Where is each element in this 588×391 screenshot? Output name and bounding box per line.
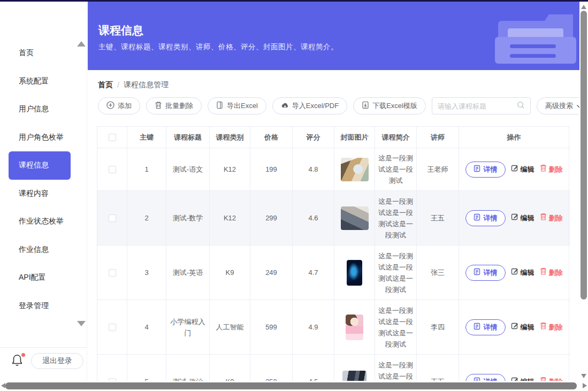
sidebar-item-7[interactable]: 作业状态枚举 bbox=[0, 208, 87, 236]
search-icon[interactable] bbox=[517, 101, 525, 111]
horizontal-scrollbar-thumb[interactable] bbox=[5, 382, 577, 389]
cell-intro: 这是一段测试这是一段测试这是一段测试 bbox=[375, 191, 417, 245]
sidebar-menu: 首页系统配置用户信息用户角色枚举课程信息课程内容作业状态枚举作业信息API配置登… bbox=[0, 39, 87, 320]
search-input[interactable] bbox=[438, 102, 514, 110]
breadcrumb-home[interactable]: 首页 bbox=[98, 80, 113, 90]
column-header: 操作 bbox=[459, 127, 569, 148]
sidebar-item-8[interactable]: 作业信息 bbox=[0, 236, 87, 264]
download-template-button[interactable]: 下载Excel模版 bbox=[353, 97, 426, 114]
delete-button[interactable]: 删除 bbox=[540, 212, 563, 224]
toolbar: 添加 批量删除 导出Excel 导入Excel/PDF 下载Excel模版 高级… bbox=[98, 97, 569, 114]
edit-pen-icon bbox=[511, 212, 518, 224]
breadcrumb: 首页 / 课程信息管理 bbox=[98, 80, 169, 90]
delete-button-label: 删除 bbox=[549, 212, 563, 224]
plus-circle-icon bbox=[106, 101, 114, 111]
cell-cover bbox=[334, 191, 375, 245]
cover-image bbox=[341, 206, 369, 230]
cell-id: 4 bbox=[127, 300, 166, 354]
cell-category: 人工智能 bbox=[210, 300, 250, 354]
add-button[interactable]: 添加 bbox=[98, 97, 140, 114]
edit-pen-icon bbox=[511, 321, 518, 333]
cell-intro: 这是一段测试这是一段测试这是一段测试 bbox=[375, 355, 417, 381]
notification-bell-icon[interactable] bbox=[11, 354, 26, 369]
delete-button-label: 删除 bbox=[549, 164, 563, 175]
row-checkbox-cell bbox=[97, 246, 127, 300]
detail-button[interactable]: 详情 bbox=[465, 319, 506, 335]
cell-id: 3 bbox=[127, 246, 166, 300]
scroll-right-arrow-icon[interactable] bbox=[583, 383, 587, 388]
import-excel-button[interactable]: 导入Excel/PDF bbox=[272, 97, 347, 114]
delete-button[interactable]: 删除 bbox=[540, 321, 563, 333]
horizontal-scrollbar[interactable] bbox=[0, 381, 588, 391]
logout-button[interactable]: 退出登录 bbox=[31, 353, 83, 369]
export-excel-label: 导出Excel bbox=[227, 101, 258, 111]
sidebar-item-4[interactable]: 用户角色枚举 bbox=[0, 124, 87, 152]
row-checkbox[interactable] bbox=[109, 214, 116, 222]
detail-button[interactable]: 详情 bbox=[465, 162, 506, 178]
table-row: 5 测试-政治 K9 350 4.5 这是一段测试这是一段测试这是一段测试 王五… bbox=[97, 355, 570, 381]
row-checkbox[interactable] bbox=[109, 269, 116, 277]
select-all-checkbox[interactable] bbox=[109, 134, 116, 141]
row-checkbox-cell bbox=[97, 148, 127, 190]
delete-trash-icon bbox=[540, 267, 547, 278]
detail-button-label: 详情 bbox=[484, 165, 498, 174]
course-table: 主键课程标题课程类别价格评分封面图片课程简介讲师操作 1 测试-语文 K12 1… bbox=[97, 126, 570, 381]
detail-doc-icon bbox=[474, 213, 480, 223]
cell-teacher: 王五 bbox=[417, 355, 459, 381]
cell-rating: 4.7 bbox=[293, 246, 334, 300]
vertical-scrollbar-thumb[interactable] bbox=[581, 11, 587, 300]
batch-delete-button[interactable]: 批量删除 bbox=[146, 97, 202, 114]
edit-button[interactable]: 编辑 bbox=[511, 267, 534, 278]
edit-button[interactable]: 编辑 bbox=[511, 164, 534, 175]
sidebar-item-1[interactable]: 首页 bbox=[0, 39, 87, 67]
advanced-search-label: 高级搜索 bbox=[545, 101, 573, 111]
cover-image bbox=[342, 371, 366, 382]
cell-rating: 4.5 bbox=[293, 355, 334, 381]
header-checkbox-cell bbox=[97, 127, 127, 148]
cell-category: K9 bbox=[210, 355, 250, 381]
cell-id: 1 bbox=[127, 148, 166, 190]
row-checkbox[interactable] bbox=[109, 166, 116, 173]
detail-button[interactable]: 详情 bbox=[465, 265, 506, 281]
cell-rating: 4.8 bbox=[293, 148, 334, 190]
sidebar-scroll-down-icon[interactable] bbox=[77, 321, 86, 326]
detail-doc-icon bbox=[474, 268, 480, 277]
detail-button[interactable]: 详情 bbox=[465, 374, 506, 382]
detail-button-label: 详情 bbox=[484, 323, 498, 332]
scroll-left-arrow-icon[interactable] bbox=[1, 383, 5, 388]
sidebar-item-5[interactable]: 课程信息 bbox=[9, 151, 71, 180]
scroll-up-arrow-icon[interactable] bbox=[581, 5, 586, 9]
row-checkbox[interactable] bbox=[109, 324, 116, 331]
sidebar-item-9[interactable]: API配置 bbox=[0, 264, 87, 292]
delete-button[interactable]: 删除 bbox=[540, 164, 563, 175]
sidebar-item-2[interactable]: 系统配置 bbox=[0, 67, 87, 96]
cell-teacher: 张三 bbox=[417, 246, 459, 300]
cell-course-title: 小学编程入门 bbox=[166, 300, 210, 354]
edit-button[interactable]: 编辑 bbox=[511, 321, 534, 333]
delete-button[interactable]: 删除 bbox=[540, 267, 563, 278]
breadcrumb-current: 课程信息管理 bbox=[124, 80, 169, 90]
row-checkbox-cell bbox=[97, 300, 127, 354]
cell-cover bbox=[334, 148, 375, 190]
cell-course-title: 测试-英语 bbox=[166, 246, 210, 300]
sidebar-item-3[interactable]: 用户信息 bbox=[0, 95, 87, 124]
sidebar-item-6[interactable]: 课程内容 bbox=[0, 180, 87, 208]
column-header: 评分 bbox=[293, 127, 334, 148]
sidebar-item-10[interactable]: 登录管理 bbox=[0, 292, 87, 320]
detail-doc-icon bbox=[474, 323, 480, 332]
detail-button[interactable]: 详情 bbox=[465, 210, 506, 226]
cell-course-title: 测试-数学 bbox=[166, 191, 210, 245]
sidebar: 首页系统配置用户信息用户角色枚举课程信息课程内容作业状态枚举作业信息API配置登… bbox=[0, 2, 87, 391]
scroll-down-arrow-icon[interactable] bbox=[581, 374, 586, 378]
table-row: 4 小学编程入门 人工智能 599 4.9 这是一段测试这是一段测试这是一段测试… bbox=[97, 300, 570, 355]
row-checkbox-cell bbox=[97, 355, 127, 381]
cell-category: K12 bbox=[210, 148, 250, 190]
column-header: 课程简介 bbox=[375, 127, 417, 148]
column-header: 主键 bbox=[127, 127, 166, 148]
vertical-scrollbar[interactable] bbox=[579, 2, 588, 381]
cover-image bbox=[341, 158, 369, 181]
edit-button[interactable]: 编辑 bbox=[511, 212, 534, 224]
export-excel-button[interactable]: 导出Excel bbox=[208, 97, 266, 114]
table-body: 1 测试-语文 K12 199 4.8 这是一段测试这是一段测试 王老师 详情 … bbox=[97, 148, 570, 381]
cell-course-title: 测试-语文 bbox=[166, 148, 210, 190]
